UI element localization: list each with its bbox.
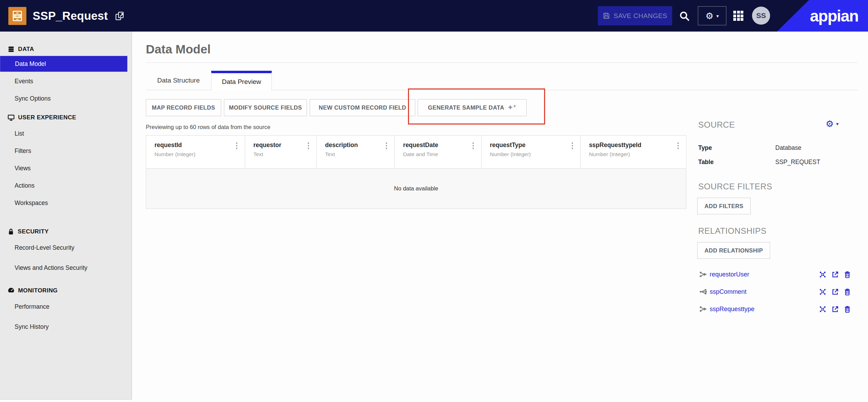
- diagram-icon[interactable]: [819, 271, 826, 278]
- chevron-down-icon: ▾: [716, 13, 719, 19]
- preview-note: Previewing up to 60 rows of data from th…: [146, 124, 270, 130]
- sidebar-item-workspaces[interactable]: Workspaces: [0, 195, 127, 211]
- gauge-icon: [8, 287, 15, 294]
- monitor-icon: [8, 114, 15, 121]
- column-menu-icon[interactable]: ⋮: [469, 141, 477, 150]
- sidebar-item-data-model[interactable]: Data Model: [0, 56, 127, 72]
- settings-menu-button[interactable]: ⚙ ▾: [698, 6, 726, 25]
- column-menu-icon[interactable]: ⋮: [383, 141, 390, 150]
- relationship-link[interactable]: sspRequesttype: [710, 306, 754, 313]
- avatar-initials: SS: [756, 11, 766, 20]
- open-edit-icon[interactable]: [114, 10, 125, 22]
- avatar[interactable]: SS: [752, 7, 770, 25]
- generate-sample-data-label: GENERATE SAMPLE DATA: [428, 104, 504, 111]
- search-icon[interactable]: [678, 9, 691, 23]
- sidebar-section-label: USER EXPERIENCE: [18, 114, 76, 121]
- appian-logo: appian: [810, 7, 858, 25]
- gear-icon: ⚙: [826, 119, 834, 128]
- page-title: SSP_Request: [33, 9, 108, 23]
- sidebar-item-views[interactable]: Views: [0, 160, 127, 176]
- add-filters-button[interactable]: ADD FILTERS: [697, 198, 751, 214]
- column-header-requestid: requestId Number (Integer) ⋮: [146, 136, 245, 168]
- gear-icon: ⚙: [706, 11, 713, 20]
- map-record-fields-button[interactable]: MAP RECORD FIELDS: [146, 99, 221, 116]
- column-header-requesttype: requestType Number (Integer) ⋮: [482, 136, 581, 168]
- add-relationship-button[interactable]: ADD RELATIONSHIP: [697, 242, 770, 259]
- floppy-icon: [603, 12, 610, 19]
- record-type-designer-page: SSP_Request SAVE CHANGES ⚙: [0, 0, 868, 402]
- sidebar-section-monitoring: MONITORING: [0, 285, 132, 296]
- save-changes-button[interactable]: SAVE CHANGES: [598, 6, 672, 25]
- column-header-ssprequesttypeid: sspRequesttypeId Number (Integer) ⋮: [581, 136, 686, 168]
- sidebar-item-sync-options[interactable]: Sync Options: [0, 91, 127, 106]
- sidebar-item-events[interactable]: Events: [0, 73, 127, 89]
- relationship-row: requestorUser: [699, 266, 856, 282]
- sidebar-item-views-and-actions-security[interactable]: Views and Actions Security: [0, 260, 127, 276]
- sidebar-item-list[interactable]: List: [0, 126, 127, 142]
- source-table-label: Table: [698, 159, 713, 166]
- app-grid-icon[interactable]: [733, 11, 743, 21]
- trash-icon[interactable]: [844, 271, 851, 278]
- sidebar: DATA Data Model Events Sync Options USER…: [0, 32, 132, 400]
- external-link-icon[interactable]: [832, 306, 839, 313]
- source-type-label: Type: [698, 144, 712, 152]
- relationship-row: sspComment: [699, 284, 856, 300]
- sidebar-item-performance[interactable]: Performance: [0, 299, 127, 315]
- relationship-link[interactable]: sspComment: [710, 288, 746, 296]
- sidebar-section-label: MONITORING: [18, 287, 58, 294]
- sidebar-item-actions[interactable]: Actions: [0, 178, 127, 194]
- top-bar-left: SSP_Request: [8, 0, 125, 32]
- source-filters-heading: SOURCE FILTERS: [698, 182, 772, 191]
- tab-data-structure[interactable]: Data Structure: [146, 71, 211, 90]
- save-changes-label: SAVE CHANGES: [614, 12, 667, 20]
- relationship-actions: [819, 288, 851, 296]
- database-icon: [8, 46, 15, 53]
- generate-sample-data-button[interactable]: GENERATE SAMPLE DATA ✦✦: [418, 99, 527, 116]
- trash-icon[interactable]: [844, 306, 851, 313]
- source-settings-button[interactable]: ⚙ ▾: [826, 119, 838, 128]
- column-header-requestdate: requestDate Date and Time ⋮: [395, 136, 482, 168]
- table-empty-state: No data available: [146, 169, 686, 209]
- tab-data-preview[interactable]: Data Preview: [211, 71, 272, 91]
- column-header-description: description Text ⋮: [317, 136, 395, 168]
- many-to-one-icon: [699, 306, 710, 312]
- column-menu-icon[interactable]: ⋮: [568, 141, 576, 150]
- top-bar: SSP_Request SAVE CHANGES ⚙: [0, 0, 868, 32]
- cabinet-icon: [11, 10, 23, 22]
- relationship-link[interactable]: requestorUser: [710, 271, 749, 278]
- one-to-many-icon: [699, 289, 710, 295]
- column-menu-icon[interactable]: ⋮: [674, 141, 682, 150]
- brand-banner: appian: [767, 0, 868, 32]
- external-link-icon[interactable]: [832, 271, 839, 278]
- sparkles-icon: ✦✦: [508, 104, 516, 111]
- many-to-one-icon: [699, 271, 710, 277]
- new-custom-record-field-button[interactable]: NEW CUSTOM RECORD FIELD: [310, 99, 415, 116]
- trash-icon[interactable]: [844, 288, 851, 296]
- modify-source-fields-button[interactable]: MODIFY SOURCE FIELDS: [224, 99, 307, 116]
- relationships-heading: RELATIONSHIPS: [698, 226, 767, 236]
- page-heading: Data Model: [146, 42, 211, 56]
- sidebar-section-data: DATA: [0, 44, 132, 54]
- diagram-icon[interactable]: [819, 306, 826, 313]
- sidebar-section-label: DATA: [18, 46, 34, 53]
- sidebar-item-filters[interactable]: Filters: [0, 143, 127, 159]
- sidebar-item-record-level-security[interactable]: Record-Level Security: [0, 240, 127, 256]
- column-header-requestor: requestor Text ⋮: [245, 136, 317, 168]
- sidebar-section-user-experience: USER EXPERIENCE: [0, 112, 132, 123]
- chevron-down-icon: ▾: [836, 121, 838, 127]
- source-heading: SOURCE: [698, 120, 735, 130]
- sidebar-section-label: SECURITY: [18, 228, 49, 235]
- sidebar-section-security: SECURITY: [0, 226, 132, 237]
- diagram-icon[interactable]: [819, 288, 826, 296]
- external-link-icon[interactable]: [832, 288, 839, 296]
- relationship-actions: [819, 306, 851, 313]
- record-type-icon: [8, 7, 26, 25]
- heading-divider: [146, 62, 858, 63]
- column-menu-icon[interactable]: ⋮: [304, 141, 312, 150]
- sidebar-item-sync-history[interactable]: Sync History: [0, 319, 127, 335]
- table-header-row: requestId Number (Integer) ⋮ requestor T…: [146, 135, 686, 169]
- source-table-value: SSP_REQUEST: [775, 159, 820, 166]
- lock-icon: [8, 228, 14, 235]
- relationship-actions: [819, 271, 851, 278]
- column-menu-icon[interactable]: ⋮: [233, 141, 241, 150]
